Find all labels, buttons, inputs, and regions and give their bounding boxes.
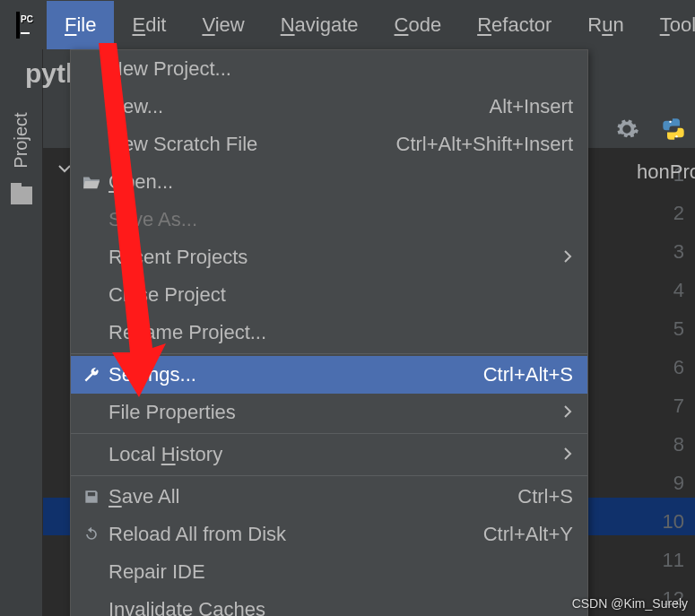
chevron-right-icon: [562, 443, 573, 466]
menu-item-new-project[interactable]: New Project...: [71, 50, 587, 88]
line-number: 11: [663, 541, 684, 579]
menu-file[interactable]: File: [47, 1, 114, 49]
menu-item-new-scratch-file[interactable]: New Scratch FileCtrl+Alt+Shift+Insert: [71, 126, 587, 163]
menu-item-label: New Scratch File: [109, 133, 257, 156]
menu-item-label: Recent Projects: [109, 246, 248, 269]
editor-filename-fragment: honPro: [637, 161, 695, 184]
menu-item-label: Repair IDE: [109, 560, 205, 584]
menu-item-label: File Properties: [109, 401, 236, 424]
line-number: 10: [663, 502, 684, 541]
menu-view[interactable]: View: [184, 1, 262, 49]
file-menu-dropdown: New Project...New...Alt+InsertNew Scratc…: [70, 49, 588, 616]
menu-code[interactable]: Code: [377, 1, 460, 49]
editor-gutter: 123456789101112: [663, 155, 684, 616]
menu-item-reload-all-from-disk[interactable]: Reload All from DiskCtrl+Alt+Y: [71, 516, 587, 553]
menu-item-shortcut: Ctrl+Alt+Y: [483, 523, 573, 546]
menu-item-label: Rename Project...: [109, 321, 266, 344]
menu-item-rename-project[interactable]: Rename Project...: [71, 314, 587, 351]
menu-run[interactable]: Run: [569, 1, 641, 49]
menu-separator: [71, 433, 587, 434]
menu-item-label: New Project...: [109, 57, 231, 81]
menu-item-recent-projects[interactable]: Recent Projects: [71, 239, 587, 276]
menu-item-new[interactable]: New...Alt+Insert: [71, 88, 587, 126]
menu-item-close-project[interactable]: Close Project: [71, 276, 587, 314]
toolbar-icons: [614, 117, 686, 145]
menu-item-label: Save As...: [109, 208, 197, 231]
line-number: 3: [663, 232, 684, 271]
menu-item-shortcut: Ctrl+Alt+S: [483, 363, 573, 386]
line-number: 9: [663, 464, 684, 502]
menu-item-shortcut: Ctrl+Alt+Shift+Insert: [396, 133, 573, 156]
menubar: FileEditViewNavigateCodeRefactorRunTools: [0, 0, 695, 49]
menu-item-label: Open...: [109, 170, 173, 194]
svg-point-1: [675, 135, 677, 137]
menu-item-file-properties[interactable]: File Properties: [71, 394, 587, 431]
line-number: 4: [663, 271, 684, 309]
menu-item-save-all[interactable]: Save AllCtrl+S: [71, 478, 587, 516]
menu-item-repair-ide[interactable]: Repair IDE: [71, 553, 587, 591]
menu-item-shortcut: Ctrl+S: [517, 485, 573, 508]
line-number: 8: [663, 425, 684, 464]
line-number: 5: [663, 309, 684, 348]
line-number: 6: [663, 348, 684, 386]
menu-item-label: Close Project: [109, 283, 226, 307]
chevron-right-icon: [562, 401, 573, 424]
reload-icon: [80, 525, 103, 543]
menu-separator: [71, 353, 587, 354]
menu-item-label: New...: [109, 95, 163, 118]
folder-icon[interactable]: [11, 187, 32, 204]
app-logo: [16, 12, 20, 39]
tool-window-rail: Project: [0, 49, 43, 616]
menu-refactor[interactable]: Refactor: [459, 1, 569, 49]
menu-item-label: Invalidate Caches: [109, 598, 265, 616]
menu-item-shortcut: Alt+Insert: [489, 95, 573, 118]
python-icon[interactable]: [661, 117, 686, 145]
menu-item-local-history[interactable]: Local History: [71, 436, 587, 473]
menu-edit[interactable]: Edit: [114, 1, 184, 49]
menu-navigate[interactable]: Navigate: [263, 1, 377, 49]
menu-item-label: Save All: [109, 485, 180, 508]
menu-tools[interactable]: Tools: [642, 1, 695, 49]
save-icon: [80, 488, 103, 506]
menu-separator: [71, 475, 587, 476]
menu-item-invalidate-caches[interactable]: Invalidate Caches: [71, 591, 587, 616]
menu-item-save-as: Save As...: [71, 201, 587, 239]
watermark: CSDN @Kim_Surely: [572, 596, 688, 611]
project-tool-tab[interactable]: Project: [11, 112, 31, 168]
line-number: 7: [663, 386, 684, 425]
svg-point-0: [669, 121, 671, 123]
gear-icon[interactable]: [614, 117, 639, 145]
chevron-right-icon: [562, 246, 573, 269]
wrench-icon: [80, 366, 103, 384]
folder-open-icon: [80, 174, 103, 190]
menu-item-label: Local History: [109, 443, 222, 466]
menu-item-settings[interactable]: Settings...Ctrl+Alt+S: [71, 356, 587, 394]
menu-item-label: Settings...: [109, 363, 196, 386]
menu-item-open[interactable]: Open...: [71, 163, 587, 201]
line-number: 2: [663, 194, 684, 232]
menu-item-label: Reload All from Disk: [109, 523, 286, 546]
